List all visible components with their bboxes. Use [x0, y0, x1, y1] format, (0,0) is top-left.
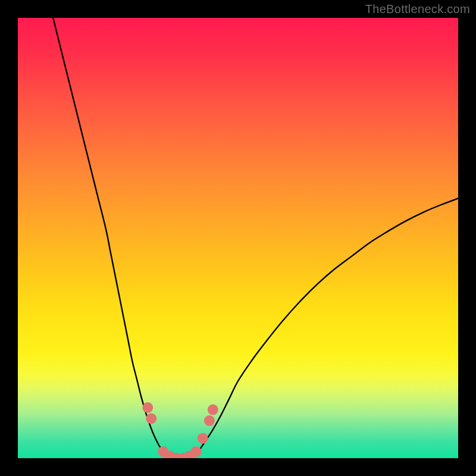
data-marker [204, 415, 215, 426]
data-marker [146, 413, 156, 424]
data-marker [208, 405, 218, 415]
chart-svg [18, 18, 458, 458]
plot-area [18, 18, 458, 458]
data-marker [191, 446, 202, 457]
chart-frame: TheBottleneck.com [0, 0, 476, 476]
curve-right-branch [198, 198, 458, 452]
watermark-text: TheBottleneck.com [365, 2, 470, 16]
curve-left-branch [53, 18, 163, 452]
data-marker [142, 402, 153, 413]
data-marker [198, 433, 208, 444]
